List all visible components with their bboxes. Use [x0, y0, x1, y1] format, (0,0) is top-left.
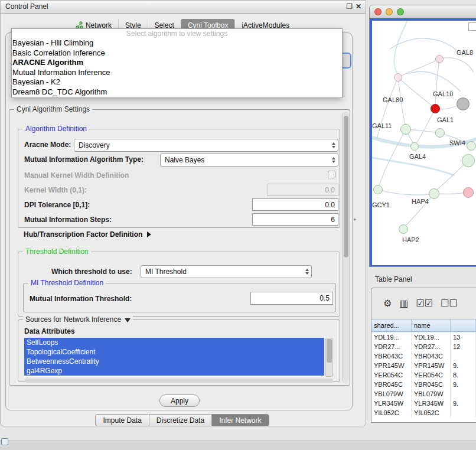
settings-scrollbar[interactable] — [342, 112, 349, 383]
column-header-shared-name[interactable]: shared... — [371, 319, 412, 331]
cell-shared-name: YDL19... — [371, 332, 412, 342]
network-node[interactable] — [429, 188, 439, 199]
sources-group: Sources for Network Inference Data Attri… — [18, 319, 340, 382]
network-node[interactable] — [435, 55, 444, 63]
which-threshold-label: Which threshold to use: — [51, 268, 132, 276]
network-scroll-corner[interactable] — [468, 22, 476, 31]
table-row[interactable]: YDL19... YDL19... 13 — [371, 332, 476, 342]
network-node[interactable] — [467, 141, 476, 151]
cell-extra: 12 — [451, 342, 476, 351]
network-node[interactable] — [431, 104, 440, 113]
table-row[interactable]: YBR043C YBR043C — [371, 351, 476, 361]
sources-title: Sources for Network Inference — [25, 315, 121, 324]
network-node[interactable] — [463, 187, 474, 198]
kernel-width-field[interactable]: 0.0 — [268, 184, 338, 196]
tab-infer-network[interactable]: Infer Network — [211, 414, 269, 426]
panel-divider-arrow-icon[interactable]: ▸ — [354, 216, 357, 222]
mi-steps-value: 6 — [331, 216, 335, 224]
attribute-list-item[interactable]: BetweennessCentrality — [24, 357, 324, 366]
network-node-label: SWI4 — [449, 139, 465, 146]
tab-impute-data[interactable]: Impute Data — [95, 414, 149, 426]
dpi-tolerance-field[interactable]: 0.0 — [252, 198, 338, 211]
table-row[interactable]: YDR27... YDR27... 12 — [371, 342, 476, 351]
tab-label: Impute Data — [103, 416, 141, 425]
expand-arrow-icon[interactable] — [147, 231, 151, 237]
algorithm-list-item[interactable]: Bayesian - K2 — [12, 77, 342, 87]
network-node[interactable] — [394, 73, 402, 81]
attribute-list-horizontal-scrollbar[interactable] — [24, 379, 333, 383]
close-icon[interactable]: ✕ — [356, 1, 361, 13]
columns-icon[interactable]: ▥ — [399, 299, 408, 308]
combo-arrows-icon — [328, 157, 335, 163]
scrollbar-thumb[interactable] — [327, 339, 332, 363]
hub-section-label: Hub/Transcription Factor Definition — [24, 230, 142, 239]
mi-steps-field[interactable]: 6 — [252, 213, 338, 226]
which-threshold-value: MI Threshold — [145, 268, 187, 276]
tab-label: Infer Network — [219, 416, 261, 425]
deselect-all-icon[interactable]: ☐☐ — [441, 299, 458, 308]
taskbar-corner-icon[interactable] — [1, 438, 8, 445]
mi-type-select[interactable]: Naive Bayes — [160, 154, 338, 167]
threshold-definition-group: Threshold Definition Which threshold to … — [18, 252, 340, 317]
apply-button[interactable]: Apply — [159, 394, 200, 407]
table-row[interactable]: YER054C YER054C 8. — [371, 370, 476, 380]
bottom-status-strip — [0, 441, 476, 450]
table-row[interactable]: YPR145W YPR145W 9. — [371, 361, 476, 370]
mi-steps-label: Mutual Information Steps: — [24, 216, 112, 224]
float-window-icon[interactable]: ❐ — [346, 1, 353, 13]
network-node[interactable] — [457, 97, 470, 110]
table-row[interactable]: YLR345W YLR345W 9. — [371, 399, 476, 408]
algorithm-list-item[interactable]: Bayesian - Hill Climbing — [12, 38, 342, 48]
control-panel-titlebar: Control Panel ❐ ✕ — [1, 1, 366, 14]
select-all-icon[interactable]: ☑☑ — [416, 299, 433, 308]
data-attributes-label: Data Attributes — [24, 327, 75, 335]
sources-group-title-row[interactable]: Sources for Network Inference — [23, 315, 133, 324]
threshold-definition-title: Threshold Definition — [23, 247, 91, 256]
algorithm-list-item[interactable]: Dream8 DC_TDC Algorithm — [12, 87, 342, 97]
algorithm-list-item[interactable]: ARACNE Algorithm — [12, 58, 342, 68]
hub-transcription-factor-section[interactable]: Hub/Transcription Factor Definition — [24, 230, 151, 239]
network-node[interactable] — [400, 124, 411, 135]
table-row[interactable]: YIL052C YIL052C — [371, 408, 476, 418]
attribute-list-item[interactable]: TopologicalCoefficient — [24, 347, 324, 357]
control-panel-window: Control Panel ❐ ✕ Network Style — [0, 0, 366, 426]
table-row[interactable]: YBR045C YBR045C 9. — [371, 380, 476, 389]
network-node-label: GAL10 — [433, 90, 453, 97]
mi-type-value: Naive Bayes — [165, 156, 204, 164]
network-node[interactable] — [435, 128, 445, 138]
cell-extra: 9. — [451, 399, 476, 408]
scrollbar-thumb[interactable] — [344, 116, 348, 257]
aracne-mode-label: Aracne Mode: — [24, 141, 71, 149]
aracne-mode-select[interactable]: Discovery — [74, 139, 338, 152]
column-header-name[interactable]: name — [412, 319, 451, 331]
collapse-arrow-icon[interactable] — [125, 318, 131, 322]
traffic-light-icon[interactable] — [374, 8, 382, 15]
cyni-algorithm-settings-group: Cyni Algorithm Settings Algorithm Defini… — [9, 109, 350, 386]
cell-shared-name: YBR045C — [371, 380, 412, 389]
network-node[interactable] — [373, 185, 383, 194]
manual-kernel-checkbox[interactable] — [328, 171, 335, 178]
which-threshold-select[interactable]: MI Threshold — [141, 265, 312, 278]
table-row[interactable]: YBL079W YBL079W — [371, 389, 476, 399]
gear-icon[interactable]: ⚙ — [383, 299, 392, 308]
traffic-light-icon[interactable] — [386, 8, 393, 15]
cell-name: YDL19... — [412, 332, 451, 342]
network-node[interactable] — [462, 154, 475, 167]
traffic-light-icon[interactable] — [397, 8, 404, 15]
algorithm-list-item[interactable]: Mutual Information Inference — [12, 68, 342, 78]
mi-threshold-field[interactable]: 0.5 — [250, 292, 333, 305]
attribute-list-vertical-scrollbar[interactable] — [325, 338, 333, 377]
cell-shared-name: YPR145W — [371, 361, 412, 370]
dpi-tolerance-value: 0.0 — [325, 201, 335, 209]
algorithm-list-item[interactable]: Basic Correlation Inference — [12, 48, 342, 58]
network-canvas[interactable]: GAL8GAL80GAL10GAL11GAL1SWI4GAL4GCY1HAP4H… — [372, 21, 476, 265]
network-node[interactable] — [410, 142, 419, 151]
tab-discretize-data[interactable]: Discretize Data — [149, 414, 212, 426]
column-header-extra[interactable] — [451, 319, 476, 331]
network-node-label: GCY1 — [372, 201, 390, 208]
attribute-list-item[interactable]: SelfLoops — [24, 338, 324, 347]
traffic-lights[interactable] — [374, 8, 404, 15]
cell-name: YLR345W — [412, 399, 451, 408]
network-node[interactable] — [399, 224, 408, 234]
attribute-list-item[interactable]: gal4RGexp — [24, 366, 324, 376]
